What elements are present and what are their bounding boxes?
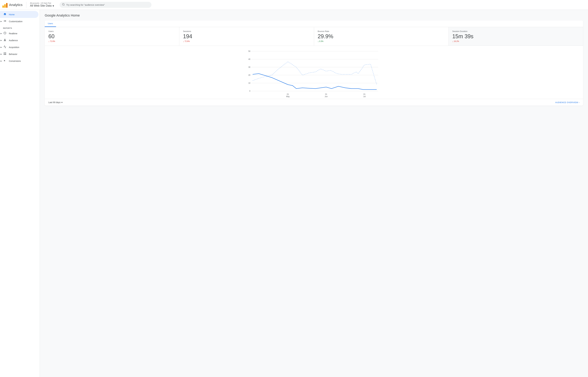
logo-container: Analytics xyxy=(2,2,23,8)
chevron-right-icon: › xyxy=(579,101,579,104)
breadcrumb-parent: All accounts xyxy=(30,2,39,4)
metric-users-label: Users xyxy=(49,30,175,32)
sidebar-behavior-label: Behavior xyxy=(9,53,17,55)
metric-bounce-rate: Bounce Rate 29.9% ↓ 0.3% xyxy=(314,27,449,46)
stats-tabs: Users xyxy=(45,21,583,27)
expand-icon-conversions: ▶ xyxy=(0,60,2,62)
metric-users: Users 60 ↓ 72.6% xyxy=(45,27,179,46)
x-label-jul: Jul xyxy=(363,95,366,98)
y-label-0: 0 xyxy=(249,90,250,92)
metric-sessions-change: ↓ 72.6% xyxy=(183,40,310,43)
logo-bar-2 xyxy=(4,4,6,8)
metric-bounce-value: 29.9% xyxy=(318,34,445,39)
metric-users-change-value: 72.6% xyxy=(50,40,55,42)
sidebar-customization-label: Customization xyxy=(9,20,23,23)
audience-icon xyxy=(3,38,7,42)
y-label-50: 50 xyxy=(248,50,250,52)
expand-icon-audience: ▶ xyxy=(0,39,2,41)
solid-line-users xyxy=(253,74,377,90)
sidebar-item-behavior[interactable]: ▶ Behavior xyxy=(0,51,38,58)
app-header: Analytics All accounts › UX Hack Test Al… xyxy=(0,0,588,10)
search-container: Try searching for "audience overview" xyxy=(60,2,151,8)
x-label-may-01: 01 xyxy=(287,93,289,95)
y-label-30: 30 xyxy=(248,66,250,68)
metric-bounce-label: Bounce Rate xyxy=(318,30,445,32)
line-chart: 50 40 30 20 10 0 01 May 01 Jun 01 Jul xyxy=(49,48,579,97)
sidebar-home-label: Home xyxy=(9,13,14,16)
down-arrow-sessions-icon: ↓ xyxy=(183,40,184,43)
sidebar-audience-label: Audience xyxy=(9,39,18,42)
audience-overview-link[interactable]: AUDIENCE OVERVIEW › xyxy=(555,101,579,104)
svg-rect-6 xyxy=(5,54,6,55)
y-label-40: 40 xyxy=(248,58,250,60)
y-label-10: 10 xyxy=(248,82,250,84)
sidebar-realtime-label: Realtime xyxy=(9,32,17,35)
property-dropdown[interactable]: All Web Site Data ▾ xyxy=(30,4,54,8)
metric-sessions-value: 194 xyxy=(183,34,310,39)
dashed-line-previous xyxy=(253,62,377,85)
sidebar: Home ▶ Customization REPORTS ▶ Realtime … xyxy=(0,10,40,377)
metric-duration-change: ↓ 16.2% xyxy=(452,40,579,43)
metric-duration-value: 15m 39s xyxy=(452,34,579,39)
audience-overview-label: AUDIENCE OVERVIEW xyxy=(555,101,578,104)
down-arrow-icon: ↓ xyxy=(49,40,49,43)
sidebar-item-acquisition[interactable]: ▶ Acquisition xyxy=(0,44,38,51)
behavior-icon xyxy=(3,52,7,56)
down-arrow-bounce-icon: ↓ xyxy=(318,40,319,43)
svg-rect-3 xyxy=(4,53,5,54)
period-selector[interactable]: Last 90 days ▾ xyxy=(49,101,62,104)
metric-sessions-label: Sessions xyxy=(183,30,310,32)
down-arrow-duration-icon: ↓ xyxy=(452,40,453,43)
sidebar-item-home[interactable]: Home xyxy=(0,11,38,18)
expand-icon-acquisition: ▶ xyxy=(0,46,2,48)
sidebar-item-realtime[interactable]: ▶ Realtime xyxy=(0,30,38,37)
svg-rect-5 xyxy=(5,53,6,54)
breadcrumb-child: UX Hack Test xyxy=(41,2,51,4)
breadcrumb-arrow: › xyxy=(40,2,40,4)
stats-metrics: Users 60 ↓ 72.6% Sessions 194 ↓ 72.6% xyxy=(45,27,583,46)
metric-sessions: Sessions 194 ↓ 72.6% xyxy=(179,27,314,46)
tab-users[interactable]: Users xyxy=(45,21,56,27)
sidebar-conversions-label: Conversions xyxy=(9,60,21,62)
x-label-jun-01: 01 xyxy=(325,93,327,95)
expand-icon-behavior: ▶ xyxy=(0,53,2,55)
main-content: Google Analytics Home Users Users 60 ↓ 7… xyxy=(40,10,588,377)
metric-users-value: 60 xyxy=(49,34,175,39)
search-icon xyxy=(62,3,65,7)
reports-section: REPORTS xyxy=(0,25,40,30)
conversions-icon xyxy=(3,59,7,63)
card-footer: Last 90 days ▾ AUDIENCE OVERVIEW › xyxy=(45,99,583,106)
metric-duration-change-value: 16.2% xyxy=(454,40,459,42)
sidebar-item-conversions[interactable]: ▶ Conversions xyxy=(0,58,38,64)
expand-icon: ▶ xyxy=(0,21,2,22)
metric-sessions-change-value: 72.6% xyxy=(184,40,190,42)
metric-duration-label: Session Duration xyxy=(452,30,579,32)
home-icon xyxy=(3,12,7,16)
metric-bounce-change-value: 0.3% xyxy=(319,40,323,42)
svg-point-0 xyxy=(62,3,64,5)
svg-rect-4 xyxy=(4,54,5,55)
logo-bar-3 xyxy=(6,3,8,8)
y-label-20: 20 xyxy=(248,74,250,76)
header-divider xyxy=(26,2,26,8)
main-layout: Home ▶ Customization REPORTS ▶ Realtime … xyxy=(0,10,588,377)
metric-users-change: ↓ 72.6% xyxy=(49,40,175,43)
logo-bar-1 xyxy=(2,5,4,8)
customization-icon xyxy=(3,19,7,23)
svg-line-1 xyxy=(64,5,64,5)
x-label-may: May xyxy=(286,95,290,98)
period-dropdown-icon: ▾ xyxy=(61,101,62,104)
metric-bounce-change: ↓ 0.3% xyxy=(318,40,445,43)
acquisition-icon xyxy=(3,45,7,49)
sidebar-item-customization[interactable]: ▶ Customization xyxy=(0,18,38,25)
analytics-logo xyxy=(2,2,8,8)
search-box[interactable]: Try searching for "audience overview" xyxy=(60,2,151,8)
account-selector[interactable]: All accounts › UX Hack Test All Web Site… xyxy=(30,2,54,8)
search-placeholder: Try searching for "audience overview" xyxy=(66,3,105,6)
sidebar-acquisition-label: Acquisition xyxy=(9,46,19,48)
realtime-icon xyxy=(3,32,7,35)
tab-users-label: Users xyxy=(48,22,53,25)
metric-session-duration: Session Duration 15m 39s ↓ 16.2% xyxy=(449,27,583,46)
page-title: Google Analytics Home xyxy=(45,13,583,17)
sidebar-item-audience[interactable]: ▶ Audience xyxy=(0,37,38,44)
